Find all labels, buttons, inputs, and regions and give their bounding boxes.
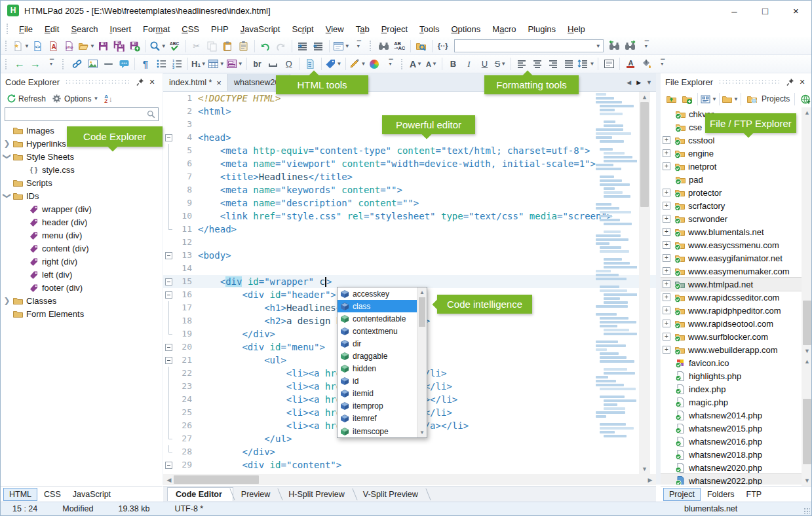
find-previous-button[interactable] [623, 38, 638, 54]
view-tab[interactable]: H-Split Preview [280, 488, 355, 501]
autocomplete-item[interactable]: itemprop [338, 400, 427, 413]
close-panel-icon[interactable]: × [146, 77, 158, 87]
folder-item[interactable]: +www.htmlpad.net [661, 278, 802, 291]
line-spacing-button[interactable]: ▼ [577, 56, 595, 72]
explorer-tab-ftp[interactable]: FTP [741, 488, 767, 500]
autocomplete-item[interactable]: itemscope [338, 425, 427, 437]
view-tab[interactable]: Code Editor [167, 487, 233, 501]
tab-list-icon[interactable]: ▼ [646, 79, 652, 86]
autocomplete-item[interactable]: accesskey [338, 287, 427, 300]
toolbar-overflow-button[interactable]: ▾▔ [382, 56, 398, 72]
script-button[interactable] [303, 56, 319, 72]
dropdown-arrow-icon[interactable]: ▼ [238, 61, 243, 67]
save-upload-button[interactable] [127, 38, 143, 54]
explorer-tab-project[interactable]: Project [663, 488, 701, 501]
code-explorer-item[interactable]: ❯Classes [1, 294, 163, 307]
menu-view[interactable]: View [320, 22, 350, 37]
menu-tools[interactable]: Tools [414, 22, 445, 37]
scroll-up-icon[interactable]: ▲ [802, 109, 812, 116]
expand-icon[interactable]: + [663, 241, 670, 249]
scroll-down-icon[interactable]: ▼ [417, 430, 427, 435]
folder-item[interactable]: pad [661, 173, 802, 186]
dropdown-arrow-icon[interactable]: ▼ [220, 61, 225, 67]
strikethrough-button[interactable]: S▼ [492, 56, 508, 72]
doc-tab-css[interactable]: CSS [39, 488, 66, 500]
code-explorer-item[interactable]: header (div) [1, 215, 163, 229]
scroll-down-icon[interactable]: ▼ [802, 477, 812, 484]
expand-icon[interactable]: + [663, 189, 670, 196]
publish-globe-button[interactable] [798, 91, 812, 107]
dropdown-arrow-icon[interactable]: ▼ [417, 61, 422, 67]
autocomplete-scrollbar[interactable]: ▲ ▼ [417, 287, 427, 437]
file-item[interactable]: whatsnew2018.php [661, 448, 802, 461]
code-explorer-item[interactable]: menu (div) [1, 229, 163, 242]
autocomplete-item[interactable]: class [338, 300, 427, 312]
search-input[interactable] [5, 110, 144, 119]
dropdown-arrow-icon[interactable]: ▼ [501, 61, 506, 67]
fold-toggle-icon[interactable] [165, 357, 172, 364]
expand-icon[interactable]: + [663, 228, 670, 236]
autocomplete-item[interactable]: id [338, 375, 427, 388]
expand-icon[interactable]: + [663, 306, 670, 314]
tab-scroll-right-icon[interactable]: ▶ [636, 79, 641, 86]
expand-icon[interactable]: + [663, 254, 670, 262]
hyperlink-button[interactable] [69, 56, 85, 72]
autocomplete-item[interactable]: itemid [338, 388, 427, 400]
file-item[interactable]: whatsnew2014.php [661, 409, 802, 422]
clipboard-history-button[interactable] [236, 38, 252, 54]
close-button[interactable]: × [781, 1, 811, 20]
folder-item[interactable]: +www.rapidseotool.com [661, 317, 802, 330]
file-item[interactable]: whatsnew2015.php [661, 422, 802, 435]
heading-button[interactable]: H1▼ [191, 56, 207, 72]
toolbar-overflow-button[interactable]: ▾▔ [654, 56, 670, 72]
menu-file[interactable]: File [13, 22, 39, 37]
folder-item[interactable]: +inetprot [661, 160, 802, 173]
align-center-button[interactable] [530, 56, 545, 72]
underline-button[interactable]: U [476, 56, 492, 72]
copy-button[interactable] [204, 38, 220, 54]
autocomplete-item[interactable]: contenteditable [338, 312, 427, 325]
menu-javascript[interactable]: JavaScript [235, 22, 286, 37]
resize-grip[interactable] [803, 507, 810, 514]
menu-script[interactable]: Script [286, 22, 319, 37]
menu-format[interactable]: Format [137, 22, 176, 37]
find-in-files-button[interactable] [414, 38, 429, 54]
search-button[interactable]: ▼ [149, 38, 167, 54]
close-panel-icon[interactable]: × [796, 77, 808, 87]
font-increase-button[interactable]: A▼ [408, 56, 423, 72]
file-item[interactable]: magic.php [661, 396, 802, 409]
unindent-button[interactable] [311, 38, 326, 54]
code-layout-button[interactable]: ▼ [332, 38, 351, 54]
folder-add-button[interactable] [679, 91, 695, 107]
toolbar-overflow-button[interactable]: ▾▔ [351, 38, 366, 54]
dropdown-arrow-icon[interactable]: ▼ [733, 96, 739, 102]
view-mode-button[interactable]: ▼ [701, 91, 716, 107]
navigate-back-button[interactable]: ← [12, 56, 28, 72]
folder-item[interactable]: +scrwonder [661, 212, 802, 225]
code-explorer-item[interactable]: Form Elements [1, 307, 163, 320]
tab-scroll-left-icon[interactable]: ◀ [627, 79, 631, 86]
scroll-right-icon[interactable]: ▶ [647, 477, 653, 483]
toolbar-overflow-button[interactable]: ▾▔ [43, 56, 59, 72]
view-tab[interactable]: Preview [233, 488, 280, 501]
italic-button[interactable]: I [461, 56, 476, 72]
folder-item[interactable]: +www.blumentals.net [661, 225, 802, 238]
gear-icon[interactable] [50, 91, 63, 107]
file-item[interactable]: whatsnew2020.php [661, 461, 802, 474]
code-explorer-item[interactable]: footer (div) [1, 281, 163, 294]
cut-button[interactable]: ✂ [189, 38, 204, 54]
folder-browse-button[interactable]: ▼ [722, 91, 738, 107]
autocomplete-item[interactable]: dir [338, 337, 427, 350]
numbered-list-button[interactable]: 123 [169, 56, 185, 72]
file-item[interactable]: highlights.php [661, 369, 802, 382]
dropdown-arrow-icon[interactable]: ▼ [432, 61, 437, 67]
minimize-button[interactable]: – [719, 1, 750, 20]
new-document-button[interactable]: ▼ [12, 38, 30, 54]
special-character-button[interactable]: Ω [281, 56, 297, 72]
form-button[interactable]: ▼ [225, 56, 244, 72]
folder-item[interactable]: +www.rapidphpeditor.com [661, 304, 802, 317]
dropdown-arrow-icon[interactable]: ▼ [712, 96, 717, 102]
file-scrollbar[interactable]: ▲ ▼ [802, 356, 812, 486]
autocomplete-item[interactable]: hidden [338, 363, 427, 375]
code-explorer-item[interactable]: ❯IDs [1, 189, 163, 202]
